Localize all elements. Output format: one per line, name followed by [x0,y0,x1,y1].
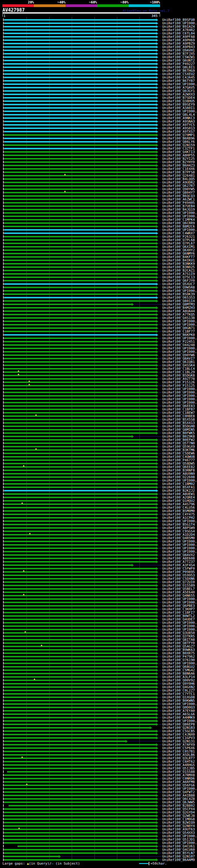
alignment-bar [4,253,156,254]
row-start-tick [3,141,4,143]
row-start-tick [3,286,4,288]
scale-segment-label: ~40% [52,0,66,4]
row-start-tick [3,537,4,539]
alignment-bar [4,202,156,204]
alignment-bar [4,259,156,261]
alignment-bar [4,402,156,403]
alignment-bar [4,751,156,752]
alignment-bar [4,131,156,132]
score-connector-line [159,60,162,61]
row-start-tick [3,371,4,373]
row-start-tick [3,167,4,170]
row-start-tick [3,334,4,336]
arrow-right-icon [156,218,158,221]
alignment-bar [4,453,156,454]
arrow-right-icon [156,753,158,756]
arrow-right-icon [156,713,158,716]
row-start-tick [3,218,4,221]
hit-label[interactable]: UniRef100_B6AAM9 [162,858,195,862]
hit-row[interactable]: UniRef100_B6AAM9 [0,858,197,862]
score-connector-line [159,420,162,420]
alignment-bar [4,507,156,508]
row-start-tick [3,164,4,166]
alignment-bar [4,659,156,661]
alignment-bar [4,842,156,844]
arrow-right-icon [156,276,158,279]
score-connector-line [159,440,162,440]
arrow-right-icon [132,435,134,438]
row-start-tick [3,117,4,119]
arrow-right-icon [156,594,158,597]
arrow-right-icon [156,215,158,218]
row-start-tick [3,154,4,156]
arrow-right-icon [156,520,158,523]
row-start-tick [3,137,4,140]
arrow-right-icon [156,503,158,505]
arrow-right-icon [156,367,158,370]
score-connector-line [159,453,162,454]
alignment-bar [4,283,156,285]
alignment-bar [4,314,156,315]
arrow-right-icon [156,106,158,109]
alignment-bar [4,43,156,44]
arrow-right-icon [156,208,158,211]
score-connector-line [159,47,162,47]
score-connector-line [159,568,162,569]
alignment-bar [4,263,156,265]
row-start-tick [3,432,4,434]
alignment-bar [4,591,156,593]
scale-segment-label: ~80% [115,0,129,4]
alignment-bar [4,778,156,779]
alignment-bar [4,839,156,840]
arrow-right-icon [156,252,158,255]
score-connector-line [159,833,162,833]
score-connector-line [159,643,162,643]
score-connector-line [159,487,162,488]
row-start-tick [3,706,4,709]
alignment-bar [4,338,156,339]
row-start-tick [3,821,4,824]
arrow-right-icon [156,438,158,441]
arrow-right-icon [156,784,158,787]
score-connector-line [159,589,162,589]
arrow-right-icon [156,448,158,452]
alignment-bar [4,497,156,498]
arrow-right-icon [156,279,158,282]
arrow-right-icon [156,533,158,536]
arrow-right-icon [156,178,158,180]
row-start-tick [3,591,4,593]
row-start-tick [3,19,4,21]
row-start-tick [3,395,4,397]
row-start-tick [3,415,4,417]
arrow-right-icon [156,692,158,695]
row-start-tick [3,45,4,48]
row-start-tick [3,672,4,675]
row-start-tick [3,753,4,756]
query-gap-marker-icon [26,783,28,785]
score-connector-line [159,853,162,853]
alignment-bar [4,605,156,607]
arrow-right-icon [156,476,158,478]
alignment-bar [7,771,156,773]
alignment-bar [4,632,156,634]
row-start-tick [3,737,4,739]
alignment-bar [4,798,156,800]
row-start-tick [3,686,4,688]
alignment-bar [4,835,156,837]
alignment-bar [4,781,156,783]
query-gap-marker-icon [23,570,25,571]
arrow-right-icon [156,259,158,262]
arrow-right-icon [156,655,158,658]
alignment-bar [4,703,156,705]
alignment-bar [4,548,156,549]
row-start-tick [3,178,4,180]
arrow-right-icon [156,567,158,570]
alignment-bar [4,236,156,238]
arrow-right-icon [156,618,158,621]
alignment-bar [4,23,156,24]
scale-segment [97,4,128,7]
row-start-tick [3,191,4,194]
row-start-tick [3,289,4,292]
alignment-bar [4,696,156,698]
arrow-right-icon [156,852,158,855]
